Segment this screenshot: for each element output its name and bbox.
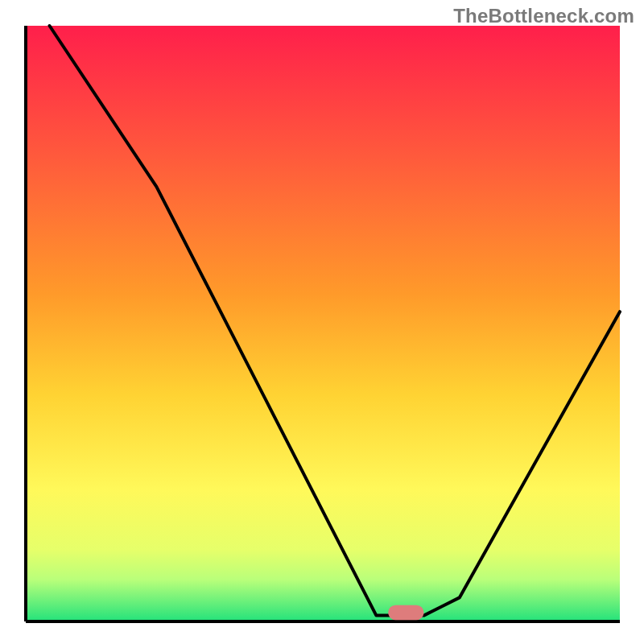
chart-container: TheBottleneck.com bbox=[0, 0, 644, 644]
plot-background bbox=[26, 26, 620, 621]
optimum-pill bbox=[388, 605, 423, 621]
chart-svg bbox=[0, 0, 644, 644]
